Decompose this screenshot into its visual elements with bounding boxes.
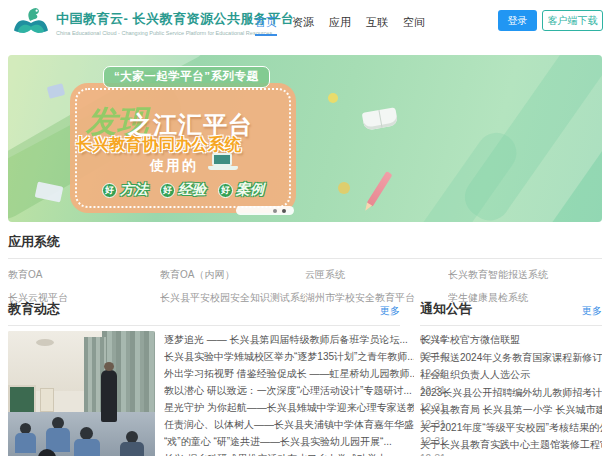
notice-item[interactable]: 关于报送2024年义务教育国家课程新修订教材... — [420, 349, 602, 367]
brand-logo[interactable]: 中国教育云- 长兴教育资源公共服务平台 China Educational Cl… — [12, 6, 294, 40]
app-link-oa-intranet[interactable]: 教育OA（内网） — [160, 268, 305, 282]
news-item[interactable]: 长兴·桐乡科研成果推广活动在水口乡中学成功举办... 12-31 — [164, 450, 446, 456]
news-more-link[interactable]: 更多 — [380, 304, 400, 318]
notice-item[interactable]: 关于长兴县教育实践中心主题馆装修工程审计... — [420, 436, 602, 454]
notice-item[interactable]: 社会组织负责人人选公示 — [420, 366, 602, 384]
carousel-dot-1[interactable] — [273, 209, 277, 213]
confetti-dot — [328, 93, 338, 103]
pill-method: 好 方法 — [102, 181, 148, 199]
app-link-smart-report[interactable]: 长兴教育智能报送系统 — [448, 268, 602, 282]
top-header: 中国教育云- 长兴教育资源公共服务平台 China Educational Cl… — [0, 0, 610, 48]
banner-line3: 使用的 — [150, 157, 198, 175]
login-button[interactable]: 登录 — [498, 10, 537, 31]
banner-card: 发现 之江汇平台 长兴教育协同办公系统 使用的 好 方法 好 经验 好 案例 — [70, 83, 296, 213]
app-systems-section: 应用系统 教育OA 教育OA（内网） 云匣系统 长兴教育智能报送系统 长兴云视平… — [8, 233, 602, 305]
good-badge-icon: 好 — [160, 183, 175, 198]
hero-banner-carousel[interactable]: 发现 之江汇平台 长兴教育协同办公系统 使用的 好 方法 好 经验 好 案例 “… — [8, 55, 602, 222]
app-link-oa[interactable]: 教育OA — [8, 268, 160, 282]
app-systems-header: 应用系统 — [8, 233, 602, 259]
news-title: 教育动态 — [8, 300, 60, 318]
notice-item[interactable]: 长兴学校官方微信联盟 — [420, 331, 602, 349]
pencil-icon — [366, 171, 392, 207]
news-header: 教育动态 更多 — [8, 300, 400, 326]
carousel-dots — [236, 206, 294, 215]
news-item[interactable]: 教以潜心 研以致远：一次深度“心理活动设计”专题研讨... 12-31 — [164, 382, 446, 399]
nav-resources[interactable]: 资源 — [292, 15, 314, 36]
client-download-button[interactable]: 客户端下载 — [542, 10, 603, 31]
app-link-cloudbox[interactable]: 云匣系统 — [305, 268, 448, 282]
pill-experience: 好 经验 — [160, 181, 206, 199]
notices-header: 通知公告 更多 — [420, 300, 602, 326]
logo-icon — [12, 6, 50, 40]
notice-item[interactable]: 2023长兴县公开招聘编外幼儿教师招考计划及... — [420, 384, 602, 402]
notice-item[interactable]: 关于2021年度“等级平安校园”考核结果的公... — [420, 419, 602, 437]
good-badge-icon: 好 — [102, 183, 117, 198]
nav-home[interactable]: 首页 — [255, 15, 277, 36]
main-nav: 首页 资源 应用 互联 空间 — [255, 15, 425, 36]
nav-apps[interactable]: 应用 — [329, 15, 351, 36]
news-photo-classroom[interactable] — [8, 331, 155, 456]
news-item[interactable]: 外出学习拓视野 借鉴经验促成长 ——虹星桥幼儿园教师... 12-31 — [164, 365, 446, 382]
notices-more-link[interactable]: 更多 — [582, 304, 602, 318]
pill-case: 好 案例 — [218, 181, 264, 199]
news-item[interactable]: 星光守护 为你起航——长兴县雉城中学迎来心理专家送教... 12-31 — [164, 399, 446, 416]
education-news-section: 教育动态 更多 逐梦追光 —— 长兴县第四届特级教师后 — [8, 300, 400, 456]
nav-interconnect[interactable]: 互联 — [366, 15, 388, 36]
notices-title: 通知公告 — [420, 300, 472, 318]
banner-pills: 好 方法 好 经验 好 案例 — [70, 181, 296, 199]
news-item[interactable]: 任责润心、以体树人——长兴县夹浦镇中学体育嘉年华盛... 12-31 — [164, 416, 446, 433]
good-badge-icon: 好 — [218, 183, 233, 198]
confetti-dot — [338, 182, 350, 194]
open-book-icon — [362, 107, 399, 131]
banner-series-badge: “大家一起学平台”系列专题 — [103, 66, 270, 88]
notice-item[interactable]: 长兴县教育局 长兴县第一小学 长兴城市建设... — [420, 401, 602, 419]
news-item[interactable]: 长兴县实验中学雉城校区举办“逐梦135计划”之青年教师... 02-14 — [164, 348, 446, 365]
news-item[interactable]: 逐梦追光 —— 长兴县第四届特级教师后备班学员论坛... 02-14 — [164, 331, 446, 348]
notice-list: 长兴学校官方微信联盟 关于报送2024年义务教育国家课程新修订教材... 社会组… — [420, 331, 602, 456]
notices-section: 通知公告 更多 长兴学校官方微信联盟 关于报送2024年义务教育国家课程新修订教… — [420, 300, 602, 456]
news-item[interactable]: “戏”的童心 “研”途共进——长兴县实验幼儿园开展“... 12-31 — [164, 433, 446, 450]
nav-space[interactable]: 空间 — [403, 15, 425, 36]
app-systems-title: 应用系统 — [8, 233, 60, 251]
laptop-icon — [208, 153, 238, 173]
carousel-dot-2[interactable] — [282, 209, 286, 213]
news-list: 逐梦追光 —— 长兴县第四届特级教师后备班学员论坛... 02-14 长兴县实验… — [164, 331, 446, 456]
